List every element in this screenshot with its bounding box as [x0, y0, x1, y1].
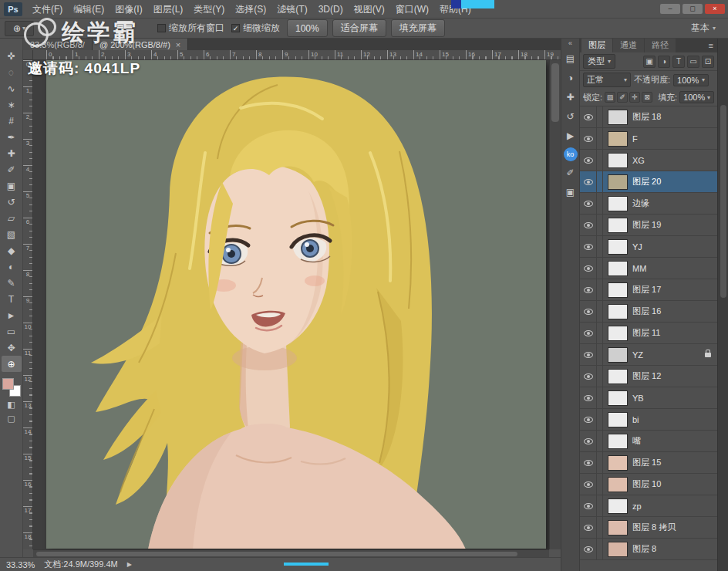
- filter-type-icon[interactable]: T: [672, 56, 685, 68]
- checkbox-box[interactable]: [157, 24, 166, 32]
- current-tool-button[interactable]: ⊕ ▾: [5, 21, 34, 36]
- layer-row[interactable]: zp: [580, 495, 717, 517]
- menu-item[interactable]: 编辑(E): [68, 0, 110, 19]
- menu-item[interactable]: 视图(V): [349, 0, 390, 19]
- lock-transparency-icon[interactable]: ▨: [605, 92, 615, 103]
- opacity-select[interactable]: 100% ▾: [673, 74, 709, 86]
- layer-thumbnail[interactable]: [608, 347, 628, 363]
- dock-icon-adjustments[interactable]: ◑: [563, 70, 578, 86]
- layer-row[interactable]: MM: [580, 258, 717, 279]
- layer-row[interactable]: 图层 19: [580, 215, 717, 236]
- tool-path-select[interactable]: ►: [2, 307, 22, 323]
- fill-select[interactable]: 100% ▾: [679, 91, 714, 103]
- layer-thumbnail[interactable]: [608, 196, 628, 211]
- menu-item[interactable]: 选择(S): [230, 0, 271, 19]
- dock-icon-history[interactable]: ↺: [563, 109, 578, 124]
- lock-position-icon[interactable]: ✛: [629, 92, 640, 103]
- tool-hand[interactable]: ✥: [2, 340, 22, 356]
- tool-history-brush[interactable]: ↺: [2, 194, 22, 210]
- layer-thumbnail[interactable]: [608, 110, 628, 125]
- restore-button[interactable]: ◻: [682, 4, 703, 14]
- tool-pen[interactable]: ✎: [2, 275, 22, 291]
- layer-visibility-toggle[interactable]: [580, 366, 597, 387]
- tool-shape[interactable]: ▭: [2, 323, 22, 340]
- dock-icon-ko-badge[interactable]: ko: [564, 147, 578, 161]
- menu-item[interactable]: 图层(L): [148, 0, 189, 19]
- layer-thumbnail[interactable]: [608, 434, 628, 449]
- layer-thumbnail[interactable]: [608, 282, 628, 298]
- layer-thumbnail[interactable]: [608, 477, 628, 492]
- layer-visibility-toggle[interactable]: [580, 344, 597, 365]
- layer-visibility-toggle[interactable]: [580, 215, 597, 235]
- minimize-button[interactable]: –: [660, 4, 680, 14]
- tool-dodge[interactable]: ◐: [2, 258, 22, 275]
- layer-thumbnail[interactable]: [608, 455, 628, 471]
- canvas[interactable]: [46, 60, 546, 549]
- layer-visibility-toggle[interactable]: [580, 387, 597, 408]
- layer-row[interactable]: 图层 12: [580, 366, 717, 387]
- layer-visibility-toggle[interactable]: [580, 517, 597, 538]
- layer-thumbnail[interactable]: [608, 520, 628, 536]
- layer-row[interactable]: bi: [580, 409, 717, 431]
- filter-shape-icon[interactable]: ▭: [687, 56, 699, 68]
- workspace-switcher[interactable]: 基本 ▾: [691, 22, 716, 35]
- layer-visibility-toggle[interactable]: [580, 431, 597, 451]
- tool-zoom[interactable]: ⊕: [2, 356, 22, 372]
- horizontal-scrollbar[interactable]: [33, 549, 549, 557]
- vertical-scrollbar-thumb[interactable]: [551, 63, 559, 122]
- layer-visibility-toggle[interactable]: [580, 171, 597, 192]
- layer-visibility-toggle[interactable]: [580, 258, 597, 279]
- layer-visibility-toggle[interactable]: [580, 323, 597, 343]
- layer-visibility-toggle[interactable]: [580, 474, 597, 495]
- layer-thumbnail[interactable]: [608, 261, 628, 276]
- tool-magic-wand[interactable]: ∗: [2, 96, 22, 113]
- status-menu-arrow-icon[interactable]: ▶: [127, 561, 132, 568]
- layer-visibility-toggle[interactable]: [580, 150, 597, 171]
- layer-row[interactable]: 图层 11: [580, 323, 717, 344]
- scrubby-zoom-checkbox[interactable]: ✓ 细微缩放: [231, 22, 280, 35]
- layer-thumbnail[interactable]: [608, 498, 628, 514]
- layers-panel-tab[interactable]: 路径: [645, 38, 676, 52]
- layer-row[interactable]: YJ: [580, 236, 717, 258]
- resize-windows-checkbox[interactable]: 缩放所有窗口: [157, 22, 224, 35]
- layer-visibility-toggle[interactable]: [580, 279, 597, 300]
- tool-healing-brush[interactable]: ✚: [2, 145, 22, 161]
- layer-thumbnail[interactable]: [608, 174, 628, 190]
- tool-type[interactable]: T: [2, 291, 22, 307]
- zoom-level-field[interactable]: 33.33%: [6, 560, 35, 569]
- layer-visibility-toggle[interactable]: [580, 193, 597, 214]
- menu-item[interactable]: 窗口(W): [390, 0, 434, 19]
- layer-thumbnail[interactable]: [608, 412, 628, 427]
- layer-row[interactable]: 图层 20: [580, 171, 717, 193]
- layer-thumbnail[interactable]: [608, 390, 628, 406]
- filter-pixel-icon[interactable]: ▣: [643, 56, 656, 68]
- panel-menu-icon[interactable]: ≡: [709, 39, 713, 52]
- lock-pixels-icon[interactable]: ✐: [617, 92, 628, 103]
- layer-visibility-toggle[interactable]: [580, 495, 597, 516]
- layer-row[interactable]: 图层 16: [580, 301, 717, 323]
- layer-visibility-toggle[interactable]: [580, 539, 597, 559]
- close-button[interactable]: ×: [705, 4, 725, 14]
- dock-icon-styles[interactable]: ✚: [563, 90, 578, 105]
- document-tab-inactive[interactable]: 33.3%(RGB/8/: [23, 39, 93, 50]
- menu-item[interactable]: 3D(D): [313, 0, 349, 19]
- tool-lasso[interactable]: ∿: [2, 80, 22, 96]
- tool-eyedropper[interactable]: ✒: [2, 129, 22, 145]
- dock-collapse-icon[interactable]: «: [568, 39, 572, 47]
- layer-thumbnail[interactable]: [608, 153, 628, 168]
- document-tab-active[interactable]: @ 200%(RGB/8/#) ×: [93, 39, 188, 50]
- vertical-scrollbar[interactable]: [549, 60, 561, 549]
- layer-visibility-toggle[interactable]: [580, 236, 597, 257]
- screen-mode-button[interactable]: ▢: [2, 411, 22, 425]
- layer-visibility-toggle[interactable]: [580, 106, 597, 127]
- tool-marquee[interactable]: ◌: [2, 64, 22, 80]
- filter-smart-object-icon[interactable]: ⊡: [702, 56, 714, 68]
- tool-eraser[interactable]: ▱: [2, 210, 22, 226]
- dock-icon-color[interactable]: ▤: [563, 51, 578, 66]
- layer-thumbnail[interactable]: [608, 369, 628, 384]
- tool-clone-stamp[interactable]: ▣: [2, 177, 22, 194]
- layer-visibility-toggle[interactable]: [580, 301, 597, 322]
- tool-brush[interactable]: ✐: [2, 161, 22, 177]
- options-button[interactable]: 适合屏幕: [332, 19, 386, 37]
- options-button[interactable]: 100%: [287, 19, 328, 37]
